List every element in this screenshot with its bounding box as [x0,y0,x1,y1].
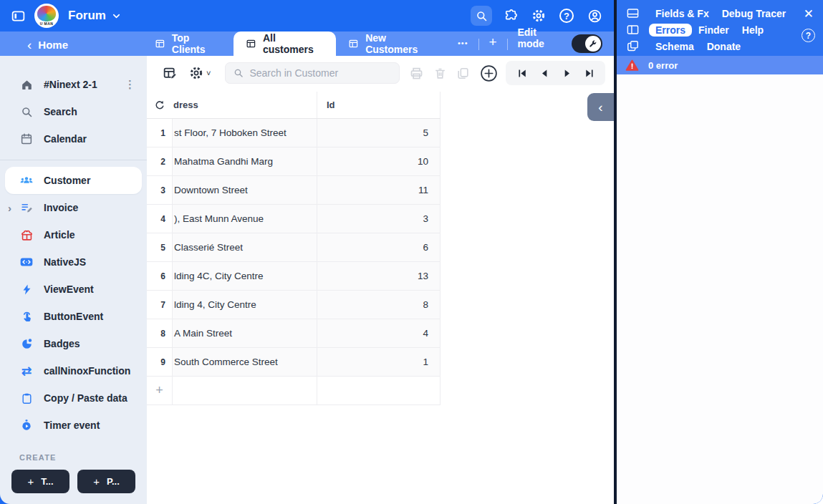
sidebar-item-callninoxfunction[interactable]: ⇄ callNinoxFunction [0,357,147,384]
edit-mode-toggle[interactable] [572,34,602,53]
invoice-list-icon [19,201,34,215]
table-row[interactable]: 6 lding 4C, City Centre 13 [147,262,441,291]
menu-schema[interactable]: Schema [649,40,701,53]
warning-triangle-icon [625,59,639,72]
table-view-icon [348,38,359,49]
app-window: U MAN Forum ? [0,0,823,504]
menu-donate[interactable]: Donate [701,40,747,53]
sidebar-item-article[interactable]: Article [0,221,147,248]
grid-header: dress Id [147,92,441,119]
create-table-button[interactable]: + T... [11,470,69,493]
article-basket-icon [19,228,34,242]
next-record-icon[interactable] [559,67,574,79]
view-settings-gear-icon[interactable]: ˅ [189,66,211,80]
trash-icon[interactable] [433,67,447,80]
search-box[interactable] [225,62,400,84]
expander-chevron-icon[interactable]: › [8,202,11,214]
menu-errors[interactable]: Errors [649,24,692,37]
sidebar-item-database[interactable]: #Ninext 2-1 ⋮ [0,71,147,98]
people-icon [19,173,34,188]
table-row[interactable]: 3 Downtown Street 11 [147,176,441,205]
panel-help-icon[interactable]: ? [802,29,815,42]
chevron-down-icon[interactable] [111,11,122,21]
sidebar-item-copy-paste-data[interactable]: Copy / Paste data [0,384,147,412]
more-tabs-icon[interactable]: ••• [458,39,468,47]
column-header-address[interactable]: dress [172,92,317,118]
kebab-menu-icon[interactable]: ⋮ [125,78,135,91]
divider [507,39,508,50]
debug-panel-header: Fields & Fx Debug Tracer Errors Finder H… [617,0,823,56]
print-icon[interactable] [409,66,424,81]
edit-table-icon[interactable] [163,66,178,81]
create-buttons: + T... + P... [11,470,147,493]
back-home-button[interactable]: ‹ Home [27,39,68,51]
menu-help[interactable]: Help [736,24,770,37]
table-row[interactable]: 4 ), East Munn Avenue 3 [147,205,441,233]
calendar-icon [19,132,34,145]
sidebar-item-invoice[interactable]: › Invoice [0,194,147,221]
refresh-icon[interactable] [147,92,172,118]
home-icon [19,78,34,92]
sidebar-item-nativejs[interactable]: NativeJS [0,248,147,276]
add-row[interactable]: + [147,377,441,405]
sidebar-item-viewevent[interactable]: ViewEvent [0,276,147,303]
sidebar-item-badges[interactable]: Badges [0,330,147,357]
search-icon[interactable] [471,6,492,26]
add-record-icon[interactable] [480,64,498,82]
sidebar-toggle-icon[interactable] [9,6,27,25]
table-row[interactable]: 2 Mahatma Gandhi Marg 10 [147,147,441,176]
last-record-icon[interactable] [581,67,597,79]
menu-fields-fx[interactable]: Fields & Fx [649,7,716,20]
table-toolbar: ˅ [147,56,614,90]
duplicate-icon[interactable] [456,67,470,80]
search-input[interactable] [249,67,385,79]
add-row-plus-icon[interactable]: + [147,377,172,404]
sidebar-item-search[interactable]: Search [0,98,147,125]
tab-new-customers[interactable]: New Customers [336,32,448,56]
create-page-button[interactable]: + P... [77,470,135,493]
plus-icon: + [27,475,34,488]
column-header-id[interactable]: Id [317,92,441,118]
split-vertical-icon[interactable] [625,23,649,37]
workspace-name[interactable]: Forum [68,9,106,23]
first-record-icon[interactable] [514,67,530,79]
record-navigation [506,61,605,85]
data-grid: dress Id 1 st Floor, 7 Hoboken Street 5 … [147,92,441,405]
previous-record-icon[interactable] [536,67,552,79]
account-icon[interactable] [585,6,604,25]
menu-finder[interactable]: Finder [692,24,736,37]
table-row[interactable]: 7 lding 4, City Centre 8 [147,291,441,319]
create-section-label: CREATE [19,453,147,462]
extensions-puzzle-icon[interactable] [501,6,520,25]
sidebar-item-customer[interactable]: Customer [5,167,142,194]
table-row[interactable]: 1 st Floor, 7 Hoboken Street 5 [147,119,441,147]
logo-artwork [37,6,56,21]
table-row[interactable]: 8 A Main Street 4 [147,319,441,348]
sidebar-item-timer-event[interactable]: Timer event [0,412,147,439]
code-brackets-icon [19,255,34,269]
hand-tap-icon [19,310,34,324]
help-icon[interactable]: ? [557,6,576,25]
tab-all-customers[interactable]: All customers [234,32,336,56]
close-icon[interactable]: ✕ [804,6,814,21]
view-tabs: Top Clients All customers New Customers [143,32,448,56]
back-chevron-icon: ‹ [27,41,32,49]
floating-window-icon[interactable] [625,39,649,53]
tab-top-clients[interactable]: Top Clients [143,32,234,56]
sidebar-item-buttonevent[interactable]: ButtonEvent [0,303,147,330]
table-view-icon [155,38,165,49]
split-horizontal-icon[interactable] [625,6,649,20]
settings-gear-icon[interactable] [529,6,548,25]
search-icon [19,105,34,119]
collapse-panel-handle[interactable]: ‹ [587,93,614,121]
tabbar: ‹ Home Top Clients All customers New Cus… [0,32,614,56]
home-label: Home [38,39,68,51]
menu-debug-tracer[interactable]: Debug Tracer [716,7,792,20]
collapse-chevron-icon: ‹ [598,100,602,115]
pie-badge-icon [19,337,34,351]
workspace-logo[interactable]: U MAN [34,4,59,28]
sidebar-item-calendar[interactable]: Calendar [0,125,147,152]
table-row[interactable]: 5 Classerié Street 6 [147,233,441,262]
add-tab-icon[interactable]: + [488,34,496,50]
table-row[interactable]: 9 South Commerce Street 1 [147,348,441,377]
